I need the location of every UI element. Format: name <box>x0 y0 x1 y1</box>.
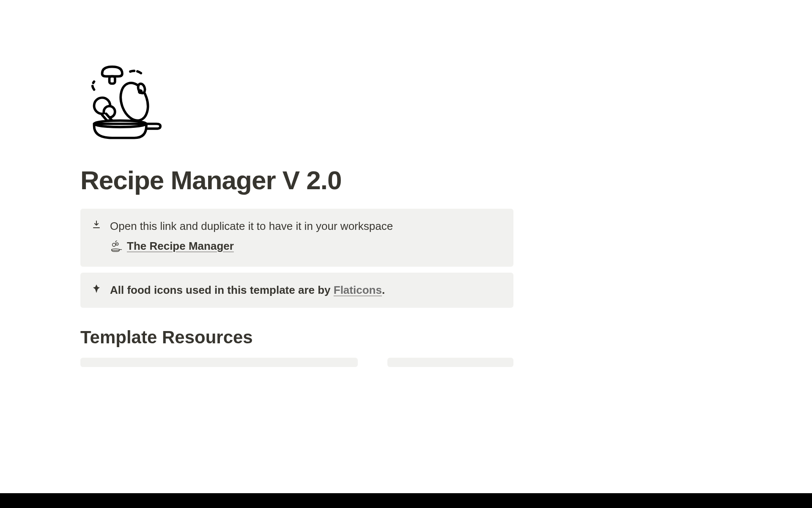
recipe-manager-link-label: The Recipe Manager <box>127 238 234 254</box>
credit-text-before: All food icons used in this template are… <box>110 284 334 296</box>
page-container: Recipe Manager V 2.0 Open this link and … <box>80 0 513 367</box>
resource-card[interactable] <box>80 358 358 367</box>
svg-point-8 <box>112 243 116 246</box>
download-callout: Open this link and duplicate it to have … <box>80 209 513 267</box>
svg-rect-6 <box>110 76 115 83</box>
pin-icon <box>91 283 102 295</box>
download-callout-content: Open this link and duplicate it to have … <box>110 218 503 257</box>
credit-text-after: . <box>382 284 385 296</box>
download-icon <box>91 219 102 231</box>
cooking-small-icon <box>110 240 123 253</box>
credit-callout: All food icons used in this template are… <box>80 273 513 308</box>
svg-point-7 <box>112 248 120 250</box>
cooking-pan-icon <box>82 64 162 144</box>
flaticons-link[interactable]: Flaticons <box>334 284 382 296</box>
credit-callout-content: All food icons used in this template are… <box>110 282 503 298</box>
download-callout-text: Open this link and duplicate it to have … <box>110 218 503 235</box>
resource-card[interactable] <box>387 358 513 367</box>
svg-point-9 <box>116 243 118 245</box>
recipe-manager-link[interactable]: The Recipe Manager <box>110 238 234 254</box>
footer-bar <box>0 493 812 508</box>
template-resources-heading: Template Resources <box>80 327 513 348</box>
svg-point-1 <box>116 79 152 124</box>
svg-point-3 <box>139 91 142 93</box>
resource-row <box>80 358 513 367</box>
page-title: Recipe Manager V 2.0 <box>80 165 513 195</box>
